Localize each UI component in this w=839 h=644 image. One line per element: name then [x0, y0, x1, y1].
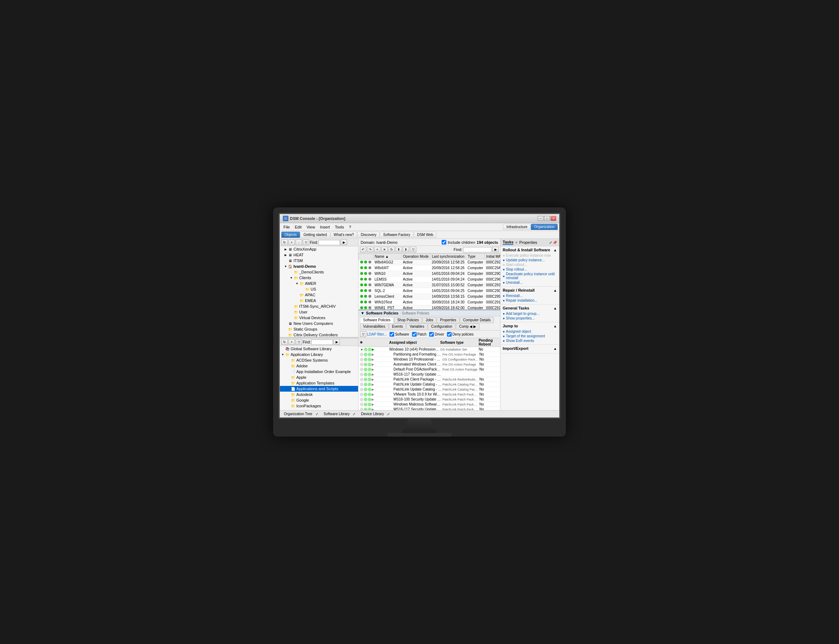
close-button[interactable]: ✕ [550, 216, 556, 221]
sw-expand-btn[interactable]: + [289, 339, 295, 345]
sp-policy-row[interactable]: ● ▶ Windows 10 (x64) Professional Build … [358, 347, 500, 352]
org-collapse-btn[interactable]: - [296, 240, 302, 245]
org-refresh-btn[interactable]: ↻ [281, 240, 288, 245]
sw-tree-acdsee[interactable]: ▶ 📁 ACDSee Systems [280, 357, 358, 363]
menu-tools[interactable]: Tools [333, 224, 346, 230]
sp-policy-row[interactable]: ▶ MS16-100 Security Update for Windows 1… [358, 397, 500, 402]
sw-tree-ivanti[interactable]: ▶ 📁 Ivanti [280, 409, 358, 410]
sw-find-input[interactable] [311, 340, 333, 345]
tree-item-citrix-delivery[interactable]: ▶ 📁 Citrix Delivery Controllers [280, 332, 358, 337]
sp-policy-row[interactable]: ▶ MS16-117 Security Update for Adobe Fla… [358, 372, 500, 377]
tree-item-emea[interactable]: ▶ 📁 EMEA [280, 298, 358, 304]
sw-tree-global[interactable]: ▶ 📚 Global Software Library [280, 346, 358, 352]
sp-policy-row[interactable]: ▶ Windows 10 Professional - OS Configura… [358, 357, 500, 362]
tasks-tab[interactable]: Tasks [503, 240, 513, 245]
sidebar-expand-icon[interactable]: ⤢ [549, 241, 552, 245]
obj-find-input[interactable] [463, 247, 492, 252]
task-item[interactable]: ● Show properties... [503, 316, 557, 320]
tree-item-ivanti-demo[interactable]: ▼ 🏠 Ivanti-Demo [280, 263, 358, 269]
sp-policy-row[interactable]: ▶ PatchLink Update Catalog - Windows 8.1… [358, 382, 500, 387]
tab-whats-new[interactable]: What's new? [331, 232, 357, 238]
properties-tab[interactable]: Properties [519, 240, 537, 245]
tab-objects[interactable]: Objects [281, 232, 300, 238]
sw-tree-apple[interactable]: ▶ 📁 Apple [280, 375, 358, 380]
sp-policy-row[interactable]: ▶ Windows Malicious Software Removal Too… [358, 402, 500, 407]
table-row[interactable]: WIN7GEMA Active 31/07/2015 15:00:52 Comp… [359, 283, 501, 288]
menu-view[interactable]: View [305, 224, 317, 230]
org-find-go-btn[interactable]: ▶ [341, 240, 347, 245]
task-item[interactable]: ● Show ExR events [503, 338, 557, 343]
obj-find-btn[interactable]: ▶ [493, 247, 499, 252]
obj-forward-btn[interactable]: ↷ [367, 247, 373, 252]
table-row[interactable]: WIN10 Active 14/01/2016 09:04:24 Compute… [359, 271, 501, 277]
sp-filter-btn[interactable]: ▽ [360, 331, 366, 337]
sp-software-checkbox[interactable] [389, 332, 394, 337]
sp-policy-row[interactable]: ▶ Automated Windows Client Installation … [358, 362, 500, 367]
sw-library-expand-icon[interactable]: ⤢ [353, 412, 356, 416]
task-item[interactable]: ● Stop rollout... [503, 267, 557, 272]
section-expand-icon[interactable]: ▲ [553, 347, 557, 351]
tree-item-itsm-sync[interactable]: ▶ 📁 ITSM-Sync_ARCHIV [280, 304, 358, 309]
org-tree-expand-icon[interactable]: ⤢ [315, 412, 319, 416]
sp-tab-shop-policies[interactable]: Shop Policies [394, 317, 422, 323]
table-row[interactable]: WIN81_PST Active 14/09/2016 18:42:00 Com… [359, 305, 501, 310]
section-expand-icon[interactable]: ▲ [553, 306, 557, 310]
sp-policy-row[interactable]: ▶ MS16-117 Security Update for Adobe Fla… [358, 407, 500, 410]
sp-tab-events[interactable]: Events [389, 324, 406, 330]
tab-software-factory[interactable]: Software Factory [380, 232, 414, 238]
sw-tree-iconpackages[interactable]: ▶ 📁 IconPackages [280, 403, 358, 409]
task-item[interactable]: ● Assigned object [503, 329, 557, 334]
tree-item-itsm[interactable]: ▶ 🖥 ITSM [280, 258, 358, 263]
tree-item-apac[interactable]: ▶ 📁 APAC [280, 292, 358, 298]
sp-ldap-label[interactable]: LDAP filter... [367, 332, 387, 336]
org-expand-btn[interactable]: + [289, 240, 295, 245]
tree-item-us[interactable]: ▶ 📁 US [280, 286, 358, 292]
col-header-sync[interactable]: Last synchronization [430, 254, 466, 260]
org-tree-label[interactable]: Organization Tree [281, 411, 315, 417]
obj-back-btn[interactable]: ↶ [360, 247, 366, 252]
device-library-expand-icon[interactable]: ⤢ [387, 412, 390, 416]
sp-driver-checkbox[interactable] [429, 332, 434, 337]
task-item[interactable]: ● Update policy instance... [503, 258, 557, 262]
sw-tree-app-templates[interactable]: ▶ 📁 Application Templates [280, 380, 358, 386]
sp-policy-row[interactable]: ▶ VMware Tools 10.0.9 for Windows (See N… [358, 392, 500, 397]
section-expand-icon[interactable]: ▲ [553, 288, 557, 292]
org-find-input[interactable] [319, 240, 340, 245]
sp-tab-vulnerabilities[interactable]: Vulnerabilities [360, 324, 388, 330]
col-header-type[interactable]: Type [466, 254, 484, 260]
sp-tab-computer-details[interactable]: Computer Details [460, 317, 494, 323]
sp-policy-row[interactable]: ▶ Partitioning and Formatting for multip… [358, 352, 500, 357]
sw-refresh-btn[interactable]: ↻ [281, 339, 288, 345]
sp-tab-configuration[interactable]: Configuration [428, 324, 455, 330]
section-expand-icon[interactable]: ▲ [553, 248, 557, 252]
task-item[interactable]: ● Target of the assignment [503, 334, 557, 338]
task-item[interactable]: ● Repair installation... [503, 298, 557, 303]
sidebar-pin-icon[interactable]: 📌 [553, 241, 557, 245]
col-header-op-mode[interactable]: Operation Mode [402, 254, 430, 260]
tab-organization[interactable]: Organization [531, 224, 558, 230]
tab-infrastructure[interactable]: Infrastructure [503, 224, 530, 230]
col-header-name[interactable]: Name ▲ [373, 254, 402, 260]
col-header-mac[interactable]: Initial MAC Address [484, 254, 500, 260]
table-row[interactable]: SQL-2 Active 14/01/2016 09:04:25 Compute… [359, 288, 501, 294]
tab-getting-started[interactable]: Getting started [300, 232, 330, 238]
sp-patch-checkbox[interactable] [412, 332, 417, 337]
sp-policy-row[interactable]: ▶ Default Post OSActionPackage (Version … [358, 367, 500, 372]
restore-button[interactable]: □ [544, 216, 550, 221]
tree-item-static-groups[interactable]: ▶ 📁 Static Groups [280, 326, 358, 332]
menu-help[interactable]: ? [347, 224, 353, 230]
task-item[interactable]: ● Add target to group... [503, 311, 557, 316]
include-children-checkbox[interactable] [442, 240, 446, 245]
menu-edit[interactable]: Edit [293, 224, 304, 230]
sw-tree-app-install-order[interactable]: ▶ 📄 App Installation Order Example [280, 369, 358, 375]
sp-tab-comp[interactable]: Comp ◀ ▶ [456, 324, 479, 330]
sp-tab-jobs[interactable]: Jobs [422, 317, 436, 323]
chevron-down-icon[interactable]: ▼ [284, 264, 288, 268]
tree-item-amer[interactable]: ▼ 📁 AMER [280, 281, 358, 286]
menu-file[interactable]: File [281, 224, 292, 230]
task-item[interactable]: ● Deactivate policy instance until reins… [503, 272, 557, 280]
tree-item-heat[interactable]: ▶ 🖥 HEAT [280, 252, 358, 258]
tree-item-new-users[interactable]: ▶ 🖥 New Users Computers [280, 320, 358, 326]
sw-library-label[interactable]: Software Library [321, 411, 352, 417]
org-filter-btn[interactable]: ▽ [303, 240, 309, 245]
